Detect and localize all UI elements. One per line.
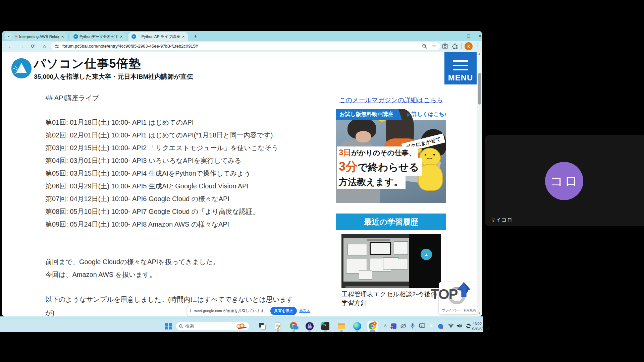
window-minimize-button[interactable]: – xyxy=(451,32,461,40)
tab1-favicon-icon: ✳ xyxy=(14,35,18,39)
participant-name-label: サイコロ xyxy=(490,217,513,224)
text-line: 今回は、Amazon AWS を扱います。 xyxy=(45,270,220,283)
ad-line-2: 3分で終わらせる xyxy=(337,158,422,176)
window-maximize-button[interactable]: ▢ xyxy=(464,32,474,40)
pycharm-icon[interactable]: PC xyxy=(321,322,329,330)
browser-menu-icon[interactable]: ⋮ xyxy=(476,42,480,48)
password-lock-icon[interactable] xyxy=(306,322,314,330)
newsletter-detail-link[interactable]: このメールマガジンの詳細はこちら xyxy=(336,96,446,105)
browser-profile-avatar[interactable]: k xyxy=(465,42,473,50)
tab1-close-icon[interactable]: ✕ xyxy=(60,35,65,39)
shared-screen: ⌄ ✳ Interpreting AWS Rekognition ✕ ▲ Pyt… xyxy=(0,30,483,332)
new-tab-button[interactable]: + xyxy=(192,33,199,40)
file-explorer-icon[interactable] xyxy=(337,322,345,330)
site-title: パソコン仕事5倍塾 xyxy=(34,56,141,72)
scrollbar-down-icon[interactable]: ▼ xyxy=(478,312,481,315)
edge-icon[interactable] xyxy=(353,322,361,330)
text-line: 前回まで、Google Cloudの様々なAPIを扱ってきました。 xyxy=(45,257,220,270)
tab-strip: ⌄ ✳ Interpreting AWS Rekognition ✕ ▲ Pyt… xyxy=(2,31,482,41)
clock-date: 2025/05/24 xyxy=(472,326,482,330)
search-highlight-sushi-icon[interactable] xyxy=(236,323,247,329)
share-status-text: meet.google.com が画面を共有しています。 xyxy=(194,308,268,313)
site-info-icon[interactable] xyxy=(54,44,59,49)
camera-status-icon[interactable] xyxy=(438,324,443,329)
privacy-terms-label[interactable]: プライバシー・利用規約 xyxy=(439,308,479,313)
toolbar-separator xyxy=(461,43,462,49)
extensions-icon[interactable] xyxy=(452,43,458,49)
chrome-remote-icon[interactable] xyxy=(290,322,298,330)
active-app-indicator xyxy=(370,330,375,331)
meet-share-bar: ‖ meet.google.com が画面を共有しています。 共有を停止 非表示 xyxy=(187,305,294,316)
top-button-label[interactable]: TOP xyxy=(431,286,458,302)
learning-history-panel: ▲ 工程管理表エクセル相談2-今後の学習方針 xyxy=(336,230,446,316)
cast-screen-icon[interactable] xyxy=(419,323,425,328)
scrollbar-thumb[interactable] xyxy=(478,73,481,105)
article-paragraph: 前回まで、Google Cloudの様々なAPIを扱ってきました。今回は、Ama… xyxy=(45,257,220,283)
home-icon[interactable]: ⌂ xyxy=(40,43,48,50)
text-line: 第04回: 03月01日(土) 10:00- API3 いろいろなAPIを実行し… xyxy=(45,156,278,169)
tab-aws-rekognition[interactable]: ✳ Interpreting AWS Rekognition ✕ xyxy=(11,32,67,41)
cloud-off-icon[interactable] xyxy=(400,323,407,328)
ad-line-3: 方法教えます。 xyxy=(337,175,406,189)
zoom-level-icon[interactable] xyxy=(422,44,427,49)
detail-arrow-icon: ▶ xyxy=(407,112,410,117)
clock-time: 13:22 xyxy=(472,322,482,326)
scrollbar-up-icon[interactable]: ▲ xyxy=(478,52,481,55)
participant-tile[interactable]: コロ サイコロ xyxy=(485,135,644,226)
ad-banner[interactable]: ボクにまかせて 3日がかりのその仕事、 3分で終わらせる 方法教えます。 お試し… xyxy=(336,109,446,203)
tab2-close-icon[interactable]: ✕ xyxy=(119,35,124,39)
top-arrow-icon xyxy=(456,282,472,298)
chrome-profile-icon[interactable]: k xyxy=(369,322,377,330)
teams-icon[interactable] xyxy=(391,323,396,329)
page-scrollbar[interactable]: ▲ ▼ xyxy=(477,52,482,316)
start-button-icon[interactable] xyxy=(165,323,172,329)
microphone-icon[interactable] xyxy=(411,323,415,329)
learning-history-header: 最近の学習履歴 xyxy=(336,214,446,230)
window-close-button[interactable]: ✕ xyxy=(475,32,482,40)
back-icon[interactable]: ← xyxy=(7,43,15,50)
site-header: パソコン仕事5倍塾 35,000人を指導した東大卒・元日本IBM社内講師が直伝 … xyxy=(2,52,482,87)
wifi-icon[interactable] xyxy=(448,323,454,328)
ad-footer: お試し版無料動画講座 ▶詳しくはこちら xyxy=(336,109,446,120)
forward-icon[interactable]: → xyxy=(18,43,26,50)
running-indicator xyxy=(292,330,295,331)
text-line: 第02回: 02月01日(土) 10:00- API1 はじめてのAPI(*1月… xyxy=(45,131,278,143)
bookmark-star-icon[interactable]: ☆ xyxy=(432,43,436,48)
tab2-title: Pythonデータ分析ゼミ ポータルトッ xyxy=(79,34,118,39)
text-line: 第05回: 03月15日(土) 10:00- API4 生成AIをPythonで… xyxy=(45,169,278,182)
site-logo[interactable] xyxy=(11,58,32,78)
ime-language-icon[interactable] xyxy=(466,323,471,328)
history-video-caption[interactable]: 工程管理表エクセル相談2-今後の学習方針 xyxy=(341,290,442,307)
camera-icon[interactable] xyxy=(442,43,448,49)
url-text[interactable]: forum.pc5bai.com/note/entry/4cc96f85-296… xyxy=(62,44,198,49)
tab-api-live-course-active[interactable]: ▲ 「Python APIライブ講座」第9回は ✕ xyxy=(128,32,188,41)
browser-toolbar: ← → ⟳ ⌂ forum.pc5bai.com/note/entry/4cc9… xyxy=(2,41,482,52)
running-indicator xyxy=(356,330,359,331)
notepad-icon[interactable] xyxy=(274,322,282,330)
tab3-close-icon[interactable]: ✕ xyxy=(181,35,186,39)
text-line: 第01回: 01月18日(土) 10:00- API1 はじめてのAPI xyxy=(45,118,278,131)
tab3-favicon-icon: ▲ xyxy=(131,34,136,39)
tray-expand-icon[interactable]: ^ xyxy=(383,320,388,332)
taskbar-search-box[interactable]: 検索 xyxy=(176,322,250,330)
text-line: 第07回: 04月12日(土) 10:00- API6 Google Cloud… xyxy=(45,194,278,207)
schedule-list: 第01回: 01月18日(土) 10:00- API1 はじめてのAPI第02回… xyxy=(45,118,278,233)
hide-share-bar-link[interactable]: 非表示 xyxy=(299,308,310,313)
task-view-icon[interactable] xyxy=(258,322,266,330)
running-indicator xyxy=(277,330,279,331)
running-indicator xyxy=(324,330,327,331)
article-heading: ## API講座ライブ xyxy=(45,94,99,103)
menu-button[interactable]: MENU xyxy=(444,52,477,84)
volume-icon[interactable] xyxy=(457,323,462,328)
history-video-thumbnail[interactable]: ▲ xyxy=(341,234,441,288)
address-bar[interactable]: forum.pc5bai.com/note/entry/4cc96f85-296… xyxy=(51,42,440,50)
ad-detail-link[interactable]: ▶詳しくはこちら xyxy=(407,109,446,120)
reload-icon[interactable]: ⟳ xyxy=(29,43,37,50)
video-logo-icon: ▲ xyxy=(421,249,432,260)
tab-python-portal[interactable]: ▲ Pythonデータ分析ゼミ ポータルトッ ✕ xyxy=(70,32,126,41)
text-line: 第03回: 02月15日(土) 10:00- API2 「リクエストモジュール」… xyxy=(45,143,278,156)
stop-sharing-button[interactable]: 共有を停止 xyxy=(270,307,297,315)
tab3-title: 「Python APIライブ講座」第9回は xyxy=(138,34,180,39)
taskbar-clock[interactable]: 13:22 2025/05/24 xyxy=(472,322,482,330)
tray-close-icon[interactable]: ✕ xyxy=(429,320,434,332)
